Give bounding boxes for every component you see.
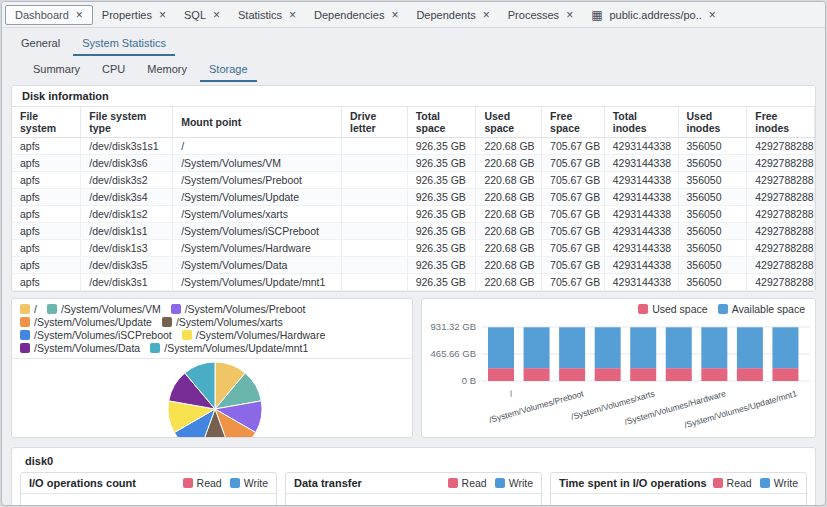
column-header-free-inodes[interactable]: Free inodes [747,107,815,138]
bar-available-system-volumes-update [595,327,621,368]
table-cell: /System/Volumes/Update [173,189,342,206]
bar-used-system-volumes-xarts [630,368,656,381]
table-cell: apfs [12,257,81,274]
table-row[interactable]: apfs/dev/disk3s5/System/Volumes/Data926.… [12,257,815,274]
table-cell: 356050 [678,223,747,240]
tab-summary[interactable]: Summary [24,59,89,82]
tab-properties[interactable]: Properties× [93,6,175,24]
legend-item-system-volumes-update: /System/Volumes/Update [20,316,152,328]
table-cell: 926.35 GB [407,189,476,206]
column-header-total-inodes[interactable]: Total inodes [604,107,678,138]
legend-swatch [495,478,505,488]
table-row[interactable]: apfs/dev/disk1s2/System/Volumes/xarts926… [12,206,815,223]
column-header-free-space[interactable]: Free space [542,107,605,138]
table-cell: 4293144338 [604,223,678,240]
close-icon[interactable]: × [391,10,398,20]
disk0-title: disk0 [12,448,815,472]
legend-item-system-volumes-hardware: /System/Volumes/Hardware [182,329,326,341]
legend-swatch [20,317,30,327]
column-header-drive-letter[interactable]: Drive letter [341,107,407,138]
legend-item-write: Write [495,477,533,489]
table-cell: 356050 [678,189,747,206]
table-cell: /System/Volumes/xarts [173,206,342,223]
table-row[interactable]: apfs/dev/disk3s1/System/Volumes/Update/m… [12,274,815,291]
tab-memory[interactable]: Memory [138,59,196,82]
tab-dependents[interactable]: Dependents× [407,6,498,24]
pie-chart-body [12,359,412,438]
pie-chart-legend: //System/Volumes/VM/System/Volumes/Prebo… [12,299,412,359]
legend-item-system-volumes-xarts: /System/Volumes/xarts [162,316,283,328]
table-cell: /System/Volumes/Preboot [173,172,342,189]
table-cell: 705.67 GB [542,206,605,223]
table-cell: /dev/disk3s1 [81,274,173,291]
table-cell: /System/Volumes/VM [173,155,342,172]
close-icon[interactable]: × [483,10,490,20]
column-header-used-space[interactable]: Used space [476,107,542,138]
column-header-used-inodes[interactable]: Used inodes [678,107,747,138]
table-row[interactable]: apfs/dev/disk3s2/System/Volumes/Preboot9… [12,172,815,189]
table-row[interactable]: apfs/dev/disk1s1/System/Volumes/iSCPrebo… [12,223,815,240]
table-icon: ▦ [591,10,602,20]
table-cell: 4292788288 [747,155,815,172]
table-cell: 705.67 GB [542,172,605,189]
tab-processes[interactable]: Processes× [499,6,582,24]
legend-swatch [718,304,728,314]
tab-public-address-po[interactable]: ▦public.address/po..× [582,6,725,24]
legend-swatch [47,304,57,314]
legend-swatch [182,330,192,340]
table-cell: /dev/disk3s2 [81,172,173,189]
legend-swatch [171,304,181,314]
tab-cpu[interactable]: CPU [93,59,134,82]
close-icon[interactable]: × [566,10,573,20]
table-cell: apfs [12,189,81,206]
table-row[interactable]: apfs/dev/disk1s3/System/Volumes/Hardware… [12,240,815,257]
pie-chart-panel: //System/Volumes/VM/System/Volumes/Prebo… [11,298,413,438]
close-icon[interactable]: × [76,10,83,20]
table-cell: 705.67 GB [542,240,605,257]
column-header-file-system-type[interactable]: File system type [81,107,173,138]
legend-swatch [150,343,160,353]
table-cell: 220.68 GB [476,155,542,172]
table-cell: /System/Volumes/Hardware [173,240,342,257]
tab-label: public.address/po.. [609,9,701,21]
column-header-total-space[interactable]: Total space [407,107,476,138]
legend-item-used-space: Used space [638,303,707,315]
column-header-mount-point[interactable]: Mount point [173,107,342,138]
table-cell: /dev/disk1s2 [81,206,173,223]
table-row[interactable]: apfs/dev/disk3s1s1/926.35 GB220.68 GB705… [12,138,815,155]
table-cell: 356050 [678,274,747,291]
bar-chart-legend: Used spaceAvailable space [638,303,805,315]
x-tick-label: /System/Volumes/Preboot [488,388,585,425]
table-row[interactable]: apfs/dev/disk3s4/System/Volumes/Update92… [12,189,815,206]
close-icon[interactable]: × [289,10,296,20]
tab-dependencies[interactable]: Dependencies× [305,6,407,24]
tab-dashboard[interactable]: Dashboard× [5,5,93,25]
legend-item-available-space: Available space [718,303,805,315]
close-icon[interactable]: × [709,10,716,20]
legend-swatch [20,343,30,353]
table-cell [341,138,407,155]
table-cell: /dev/disk1s1 [81,223,173,240]
io-chart-body: 1.11 h [551,494,806,506]
table-cell: 4292788288 [747,138,815,155]
storage-content: Disk information File systemFile system … [2,82,825,506]
tab-system-statistics[interactable]: System Statistics [73,33,175,56]
close-icon[interactable]: × [213,10,220,20]
tab-label: Processes [508,9,559,21]
bar-available-system-volumes-preboot [559,327,585,368]
legend-label: /System/Volumes/Preboot [185,303,306,315]
table-cell [341,274,407,291]
table-row[interactable]: apfs/dev/disk3s6/System/Volumes/VM926.35… [12,155,815,172]
tab-storage[interactable]: Storage [200,59,257,82]
tab-statistics[interactable]: Statistics× [229,6,305,24]
tab-sql[interactable]: SQL× [175,6,229,24]
table-cell: 926.35 GB [407,138,476,155]
io-chart-title: Time spent in I/O operations [559,477,707,489]
legend-label: Available space [732,303,805,315]
table-cell: /System/Volumes/iSCPreboot [173,223,342,240]
column-header-file-system[interactable]: File system [12,107,81,138]
tab-general[interactable]: General [12,33,69,56]
bar-used-system-volumes-data [737,368,763,381]
close-icon[interactable]: × [159,10,166,20]
table-cell: 356050 [678,206,747,223]
